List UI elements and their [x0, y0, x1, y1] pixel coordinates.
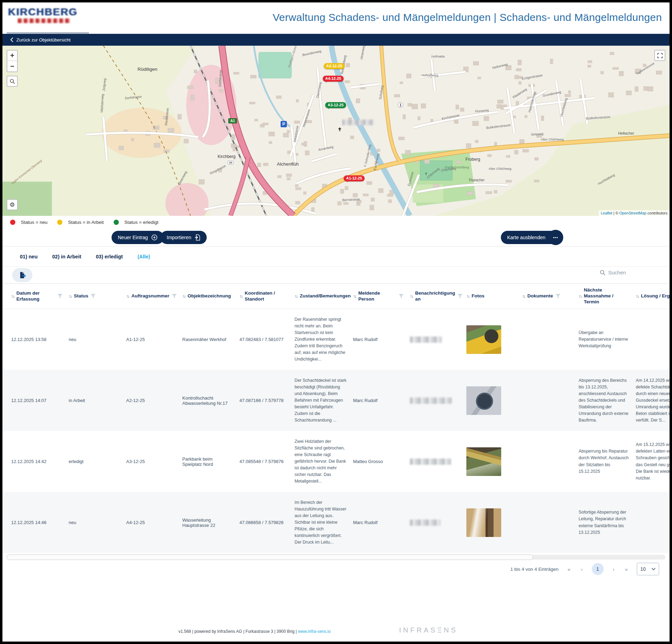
photo-thumbnail[interactable]	[466, 386, 501, 415]
sort-icon[interactable]: ↑↓	[410, 294, 413, 299]
table-row[interactable]: 12.12.2025 14:07in ArbeitA2-12-25Kontrol…	[2, 370, 672, 431]
sort-icon[interactable]: ↑↓	[579, 294, 581, 299]
legend-label: Status = erledigt	[124, 220, 159, 225]
tab-alle[interactable]: (Alle)	[132, 250, 155, 263]
openstreetmap-link[interactable]: OpenStreetMap	[619, 211, 647, 215]
table-row[interactable]: 12.12.2025 13:58neuA1-12-25Rasenmäher We…	[2, 309, 672, 370]
kirchberg-logo: KIRCHBERG	[8, 6, 78, 23]
gear-icon: ⚙	[9, 201, 15, 209]
cell-zustand: Der Schachtdeckel ist stark beschädigt (…	[295, 377, 353, 424]
back-navigation-bar[interactable]: Zurück zur Objektübersicht	[2, 34, 670, 46]
photo-thumbnail[interactable]	[466, 447, 501, 476]
infrasens-logo: INFRASΞNS	[399, 626, 458, 634]
column-label: Status	[74, 293, 88, 299]
map-settings-button[interactable]: ⚙	[7, 199, 18, 210]
sort-icon[interactable]: ↑↓	[69, 294, 71, 299]
search-icon	[600, 270, 605, 275]
cell-person: Marc Rudolf	[353, 520, 410, 525]
page-title: Verwaltung Schadens- und Mängelmeldungen…	[273, 12, 662, 23]
cell-status: in Arbeit	[69, 398, 126, 403]
map-marker-A3-12-25[interactable]: A3-12-25	[325, 102, 346, 108]
sort-icon[interactable]: ↑↓	[295, 294, 297, 299]
next-page-button[interactable]: ›	[611, 566, 616, 572]
legend-label: Status = in Arbeit	[68, 220, 104, 225]
legend-label: Status = neu	[21, 220, 47, 225]
column-header: ↑↓Datum der Erfassung	[2, 290, 69, 302]
column-header: ↑↓Dokumente	[522, 293, 579, 299]
status-dot	[10, 220, 15, 225]
map-marker-A1-12-25[interactable]: A1-12-25	[344, 175, 365, 181]
map-marker-A2-12-25[interactable]: A2-12-25	[324, 63, 345, 69]
filter-funnel-icon[interactable]	[399, 294, 404, 298]
sort-icon[interactable]: ↑↓	[11, 294, 14, 299]
first-page-button[interactable]: «	[566, 566, 572, 572]
cell-zustand: Zwei Holzlatten der Sitzfläche sind gebr…	[295, 438, 353, 485]
map-marker-A4-12-25[interactable]: A4-12-25	[323, 76, 344, 82]
table-row[interactable]: 12.12.2025 14:46neuA4-12-25Wasserleitung…	[2, 492, 672, 553]
new-entry-button[interactable]: Neuer Eintrag	[112, 231, 164, 244]
spacer	[2, 578, 670, 621]
cell-auftragsnummer: A4-12-25	[126, 520, 182, 525]
column-label: Fotos	[472, 293, 484, 299]
filter-funnel-icon[interactable]	[172, 294, 177, 298]
column-header: ↑↓Fotos	[466, 293, 522, 299]
cell-loesung: Am 15.12.2025 wurden die defekten Latten…	[636, 441, 672, 481]
leaflet-link[interactable]: Leaflet	[601, 211, 612, 215]
map-overlay: + − ⚙ Leaflet | © OpenStreetMap contribu…	[2, 46, 670, 216]
map-search-button[interactable]	[7, 76, 18, 87]
zoom-in-button[interactable]: +	[7, 51, 17, 61]
plus-circle-icon	[151, 234, 158, 241]
map-attribution: Leaflet | © OpenStreetMap contributors	[599, 210, 670, 216]
tab-03-erledigt[interactable]: 03) erledigt	[91, 250, 128, 263]
cell-foto	[466, 447, 522, 476]
column-header: ↑↓Lösung / Ergebnis	[636, 293, 672, 299]
chevron-left-icon	[10, 37, 14, 42]
filter-funnel-icon[interactable]	[58, 294, 62, 298]
filter-funnel-icon[interactable]	[556, 294, 560, 298]
footer-website-link[interactable]: www.infra-sens.io	[298, 629, 331, 634]
search-input[interactable]	[608, 270, 654, 275]
scrollbar-thumb[interactable]	[7, 554, 533, 560]
sort-icon[interactable]: ↑↓	[636, 294, 639, 299]
cell-koordinaten: 47.085548 / 7.579876	[239, 459, 295, 464]
sort-icon[interactable]: ↑↓	[466, 294, 469, 299]
sort-icon[interactable]: ↑↓	[239, 294, 242, 299]
filter-funnel-icon[interactable]	[458, 294, 463, 298]
export-button[interactable]	[12, 268, 32, 282]
tab-02-in-arbeit[interactable]: 02) in Arbeit	[47, 250, 86, 263]
logo-text: KIRCHBERG	[8, 6, 78, 18]
cell-loesung: Am 14.12.2025 wurde der defekte Schachtd…	[636, 377, 672, 424]
import-button[interactable]: Importieren	[160, 231, 207, 244]
cell-auftragsnummer: A1-12-25	[126, 337, 182, 342]
more-actions-button[interactable]: •••	[548, 230, 563, 245]
column-label: Auftragsnummer	[131, 293, 169, 299]
map-fullscreen-button[interactable]	[654, 50, 665, 61]
tab-01-neu[interactable]: 01) neu	[15, 250, 43, 263]
status-dot	[57, 220, 62, 225]
column-header: ↑↓Benachrichtigung an	[410, 290, 466, 302]
legend-item: Status = in Arbeit	[57, 220, 104, 225]
zoom-out-button[interactable]: −	[7, 61, 17, 71]
page-size-select[interactable]: 10	[637, 563, 659, 575]
map-container[interactable]: RüdtligenAlchenflühKirchbergFrobergHella…	[2, 46, 670, 216]
import-file-icon	[195, 234, 200, 241]
sort-icon[interactable]: ↑↓	[353, 294, 356, 299]
sort-icon[interactable]: ↑↓	[182, 294, 185, 299]
sort-icon[interactable]: ↑↓	[522, 294, 525, 299]
table-row[interactable]: 12.12.2025 14:42erledigtA3-12-25Parkbank…	[2, 431, 672, 492]
column-header: ↑↓Objektbezeichnung	[182, 293, 239, 299]
sort-icon[interactable]: ↑↓	[126, 294, 129, 299]
footer: v1.568 | powered by InfraSens AG | Furka…	[2, 621, 670, 642]
current-page-button[interactable]: 1	[592, 563, 604, 575]
photo-thumbnail[interactable]	[466, 325, 501, 354]
redacted-recipient	[410, 459, 451, 465]
fullscreen-icon	[657, 53, 663, 58]
column-label: Datum der Erfassung	[16, 290, 55, 302]
cell-zustand: Der Rasenmäher springt nicht mehr an. Be…	[295, 316, 353, 363]
previous-page-button[interactable]: ‹	[580, 566, 584, 572]
app-window: KIRCHBERG Verwaltung Schadens- und Mänge…	[0, 0, 672, 644]
back-link-label[interactable]: Zurück zur Objektübersicht	[16, 37, 70, 43]
photo-thumbnail[interactable]	[466, 508, 501, 537]
filter-funnel-icon[interactable]	[91, 294, 96, 298]
last-page-button[interactable]: »	[624, 566, 629, 572]
